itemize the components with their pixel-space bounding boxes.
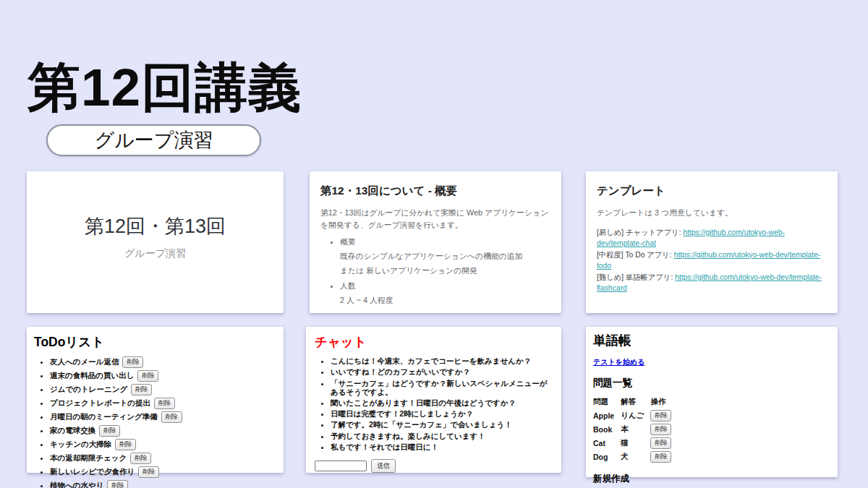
todo-list: 友人へのメール返信削除 週末の食料品の買い出し削除 ジムでのトレーニング削除 プ… bbox=[34, 356, 276, 488]
flashcard-list-title: 問題一覧 bbox=[593, 377, 830, 390]
overview-title: 第12・13回について - 概要 bbox=[320, 184, 550, 199]
flashcard-row: Dog 犬 削除 bbox=[593, 451, 678, 465]
todo-item-text: プロジェクトレポートの提出 bbox=[50, 398, 150, 407]
chat-message-text: 日曜日は完璧です！2時にしましょうか？ bbox=[331, 409, 473, 418]
todo-app-card: ToDoリスト 友人へのメール返信削除 週末の食料品の買い出し削除 ジムでのトレ… bbox=[27, 327, 284, 473]
flashcard-row: Book 本 削除 bbox=[593, 424, 678, 437]
todo-item-text: 家の電球交換 bbox=[50, 426, 95, 435]
template-link-line: [易しめ] チャットアプリ:https://github.com/utokyo-… bbox=[597, 227, 827, 249]
chat-message-text: 私もです！それでは日曜日に！ bbox=[331, 442, 438, 451]
overview-subline: 既存のシンプルなアプリケーションへの機能の追加 bbox=[340, 252, 550, 262]
chat-message-list: こんにちは！今週末、カフェでコーヒーを飲みませんか？ いいですね！どのカフェがい… bbox=[315, 356, 553, 451]
todo-item: 植物への水やり削除 bbox=[50, 480, 276, 488]
flashcard-answer-cell: 猫 bbox=[621, 437, 650, 451]
template-card: テンプレート テンプレートは 3 つ用意しています。 [易しめ] チャットアプリ… bbox=[586, 171, 838, 313]
todo-item: 週末の食料品の買い出し削除 bbox=[50, 370, 276, 382]
chat-message: いいですね！どのカフェがいいですか？ bbox=[331, 367, 553, 376]
todo-delete-button[interactable]: 削除 bbox=[137, 370, 158, 382]
flashcard-row: Apple りんご 削除 bbox=[593, 410, 678, 424]
todo-item-text: 友人へのメール返信 bbox=[50, 357, 119, 366]
flashcard-answer-cell: 本 bbox=[621, 424, 650, 437]
flashcard-row: Cat 猫 削除 bbox=[593, 437, 678, 451]
flashcard-title: 単語帳 bbox=[593, 332, 830, 349]
todo-item-text: ジムでのトレーニング bbox=[50, 385, 127, 393]
page-title: 第12回講義 bbox=[27, 60, 302, 116]
todo-title: ToDoリスト bbox=[34, 333, 276, 351]
overview-list: 概要 既存のシンプルなアプリケーションへの機能の追加 または 新しいアプリケーシ… bbox=[320, 237, 550, 306]
todo-delete-button[interactable]: 削除 bbox=[115, 439, 136, 450]
flashcard-question-cell: Dog bbox=[593, 451, 621, 465]
chat-message: 日曜日は完璧です！2時にしましょうか？ bbox=[331, 409, 553, 418]
todo-delete-button[interactable]: 削除 bbox=[138, 466, 159, 478]
flashcard-delete-button[interactable]: 削除 bbox=[650, 424, 671, 435]
template-links: [易しめ] チャットアプリ:https://github.com/utokyo-… bbox=[597, 227, 827, 294]
flashcard-header-answer: 解答 bbox=[621, 397, 650, 410]
flashcard-delete-button[interactable]: 削除 bbox=[650, 451, 671, 463]
chat-message: こんにちは！今週末、カフェでコーヒーを飲みませんか？ bbox=[331, 356, 553, 365]
overview-bullet-label: 人数 bbox=[340, 281, 356, 290]
flashcard-question-cell: Apple bbox=[593, 410, 621, 424]
todo-item: プロジェクトレポートの提出削除 bbox=[50, 398, 276, 409]
flashcard-answer-cell: 犬 bbox=[621, 451, 650, 465]
overview-card: 第12・13回について - 概要 第12・13回はグループに分かれて実際に We… bbox=[310, 171, 561, 313]
chat-message-text: 「サニーカフェ」はどうですか？新しいスペシャルメニューがあるそうですよ。 bbox=[331, 379, 547, 396]
flashcard-header-action: 操作 bbox=[650, 397, 678, 410]
flashcard-create-title: 新規作成 bbox=[593, 473, 830, 485]
flashcard-delete-button[interactable]: 削除 bbox=[650, 437, 671, 449]
template-link-prefix: [難しめ] 単語帳アプリ: bbox=[597, 273, 673, 281]
chat-title: チャット bbox=[315, 333, 553, 351]
lecture-slide: 第12回講義 グループ演習 第12回・第13回 グループ演習 第12・13回につ… bbox=[0, 0, 868, 488]
flashcard-header-question: 問題 bbox=[593, 397, 621, 410]
overview-bullet: 人数 2 人 ~ 4 人程度 bbox=[340, 281, 550, 306]
flashcard-delete-button[interactable]: 削除 bbox=[650, 410, 671, 421]
template-intro: テンプレートは 3 つ用意しています。 bbox=[597, 208, 827, 218]
todo-delete-button[interactable]: 削除 bbox=[154, 398, 175, 409]
chat-message: 私もです！それでは日曜日に！ bbox=[331, 442, 553, 451]
todo-item-text: 週末の食料品の買い出し bbox=[50, 371, 134, 380]
flashcard-answer-cell: りんご bbox=[621, 410, 650, 424]
chat-send-button[interactable]: 送信 bbox=[371, 459, 396, 473]
badge-label: グループ演習 bbox=[95, 127, 213, 153]
overview-subline: 2 人 ~ 4 人程度 bbox=[340, 296, 550, 306]
flashcard-question-cell: Cat bbox=[593, 437, 621, 451]
chat-message-text: 了解です。2時に「サニーカフェ」で会いましょう！ bbox=[331, 420, 512, 429]
chat-app-card: チャット こんにちは！今週末、カフェでコーヒーを飲みませんか？ いいですね！どの… bbox=[306, 327, 561, 473]
chat-message: 予約しておきますね。楽しみにしています！ bbox=[331, 432, 553, 440]
chat-message: 了解です。2時に「サニーカフェ」で会いましょう！ bbox=[331, 420, 553, 429]
todo-item: 友人へのメール返信削除 bbox=[50, 356, 276, 368]
overview-intro: 第12・13回はグループに分かれて実際に Web アプリケーションを開発する、グ… bbox=[320, 207, 552, 231]
todo-delete-button[interactable]: 削除 bbox=[122, 356, 143, 368]
todo-item: 月曜日の朝のミーティング準備削除 bbox=[50, 411, 276, 423]
chat-message: 「サニーカフェ」はどうですか？新しいスペシャルメニューがあるそうですよ。 bbox=[331, 379, 553, 396]
chat-message-input[interactable] bbox=[315, 461, 367, 471]
todo-delete-button[interactable]: 削除 bbox=[161, 411, 182, 423]
chat-message-text: こんにちは！今週末、カフェでコーヒーを飲みませんか？ bbox=[331, 356, 531, 365]
overview-bullet: 概要 既存のシンプルなアプリケーションへの機能の追加 または 新しいアプリケーシ… bbox=[340, 237, 550, 276]
flashcard-start-test-link[interactable]: テストを始める bbox=[593, 357, 644, 367]
flashcard-question-cell: Book bbox=[593, 424, 621, 437]
todo-item-text: 月曜日の朝のミーティング準備 bbox=[50, 412, 158, 421]
slide-intro-subtitle: グループ演習 bbox=[124, 247, 186, 260]
slide-intro-title: 第12回・第13回 bbox=[85, 213, 226, 239]
todo-delete-button[interactable]: 削除 bbox=[107, 480, 128, 488]
flashcard-table: 問題 解答 操作 Apple りんご 削除 Book 本 bbox=[593, 397, 678, 465]
todo-item-text: 本の返却期限チェック bbox=[50, 453, 127, 462]
todo-delete-button[interactable]: 削除 bbox=[131, 384, 152, 395]
todo-delete-button[interactable]: 削除 bbox=[99, 425, 120, 437]
flashcard-app-card: 単語帳 テストを始める 問題一覧 問題 解答 操作 Apple りんご 削除 bbox=[586, 327, 838, 477]
chat-input-row: 送信 bbox=[315, 459, 553, 473]
overview-bullet-label: 概要 bbox=[340, 237, 356, 246]
overview-subline: または 新しいアプリケーションの開発 bbox=[340, 266, 550, 276]
group-exercise-badge: グループ演習 bbox=[46, 124, 261, 156]
todo-item-text: 植物への水やり bbox=[50, 481, 103, 488]
template-title: テンプレート bbox=[597, 184, 827, 199]
chat-message-text: いいですね！どのカフェがいいですか？ bbox=[331, 367, 470, 376]
todo-item-text: 新しいレシピで夕食作り bbox=[50, 467, 135, 476]
todo-item: キッチンの大掃除削除 bbox=[50, 439, 276, 450]
template-link-prefix: [易しめ] チャットアプリ: bbox=[597, 228, 681, 236]
todo-delete-button[interactable]: 削除 bbox=[130, 453, 151, 464]
todo-item: 本の返却期限チェック削除 bbox=[50, 453, 276, 464]
template-link-prefix: [中程度] To Do アプリ: bbox=[597, 251, 672, 259]
slide-intro-card: 第12回・第13回 グループ演習 bbox=[27, 171, 284, 313]
template-link-line: [中程度] To Do アプリ:https://github.com/utoky… bbox=[597, 249, 827, 272]
